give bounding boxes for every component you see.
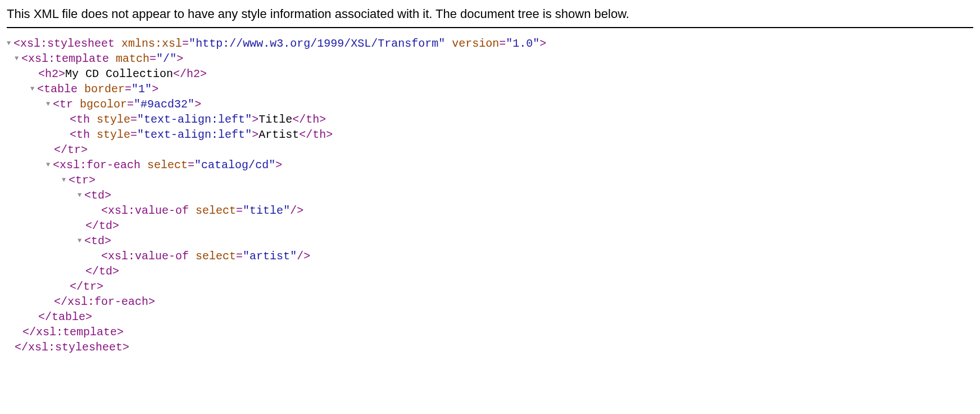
- space: [115, 37, 121, 50]
- tag-name: xsl:stylesheet: [20, 37, 115, 50]
- disclosure-triangle-icon[interactable]: ▼: [46, 160, 54, 169]
- node-foreach-open[interactable]: ▼<xsl:for-each select="catalog/cd">: [7, 158, 973, 173]
- node-stylesheet-close[interactable]: </xsl:stylesheet>: [7, 340, 973, 355]
- node-th-title[interactable]: <th style="text-align:left">Title</th>: [7, 112, 973, 127]
- attr-value: "1.0": [506, 37, 539, 50]
- node-stylesheet-open[interactable]: ▼<xsl:stylesheet xmlns:xsl="http://www.w…: [7, 36, 973, 51]
- disclosure-triangle-icon[interactable]: ▼: [78, 191, 85, 200]
- xml-no-style-message: This XML file does not appear to have an…: [7, 4, 973, 28]
- node-th-artist[interactable]: <th style="text-align:left">Artist</th>: [7, 127, 973, 142]
- node-table-close[interactable]: </table>: [7, 309, 973, 325]
- attr-name: version: [452, 37, 499, 50]
- disclosure-triangle-icon[interactable]: ▼: [15, 54, 22, 63]
- node-template-close[interactable]: </xsl:template>: [7, 325, 973, 340]
- space: [445, 37, 452, 50]
- xml-tree: ▼<xsl:stylesheet xmlns:xsl="http://www.w…: [7, 36, 973, 355]
- disclosure-triangle-icon[interactable]: ▼: [7, 39, 15, 48]
- attr-name: xmlns:xsl: [121, 37, 182, 50]
- node-valueof-title[interactable]: <xsl:value-of select="title"/>: [7, 203, 973, 218]
- equals: =: [499, 37, 506, 50]
- node-valueof-artist[interactable]: <xsl:value-of select="artist"/>: [7, 249, 973, 264]
- node-tr2-open[interactable]: ▼<tr>: [7, 173, 973, 188]
- node-td2-close[interactable]: </td>: [7, 264, 973, 279]
- node-tr1-close[interactable]: </tr>: [7, 142, 973, 158]
- node-h2[interactable]: <h2>My CD Collection</h2>: [7, 66, 973, 82]
- tag-bracket: >: [539, 37, 546, 50]
- node-td1-close[interactable]: </td>: [7, 218, 973, 233]
- node-foreach-close[interactable]: </xsl:for-each>: [7, 294, 973, 309]
- disclosure-triangle-icon[interactable]: ▼: [46, 100, 54, 109]
- node-table-open[interactable]: ▼<table border="1">: [7, 82, 973, 97]
- node-td1-open[interactable]: ▼<td>: [7, 188, 973, 203]
- disclosure-triangle-icon[interactable]: ▼: [62, 176, 70, 184]
- disclosure-triangle-icon[interactable]: ▼: [78, 236, 85, 245]
- node-tr2-close[interactable]: </tr>: [7, 279, 973, 294]
- node-td2-open[interactable]: ▼<td>: [7, 233, 973, 249]
- node-template-open[interactable]: ▼<xsl:template match="/">: [7, 51, 973, 66]
- text-content: My CD Collection: [65, 68, 173, 80]
- node-tr1-open[interactable]: ▼<tr bgcolor="#9acd32">: [7, 97, 973, 112]
- equals: =: [182, 37, 189, 50]
- disclosure-triangle-icon[interactable]: ▼: [30, 84, 38, 93]
- attr-value: "http://www.w3.org/1999/XSL/Transform": [189, 37, 445, 50]
